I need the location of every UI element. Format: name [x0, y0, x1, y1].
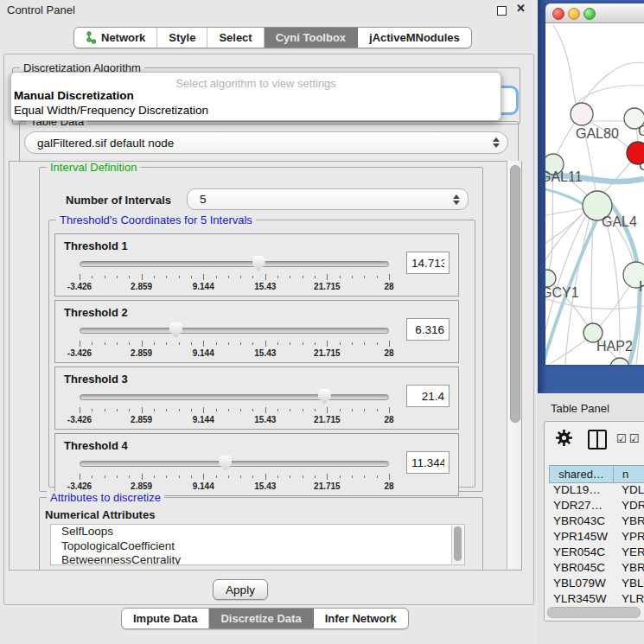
table-row[interactable]: YBR045CYBR0	[549, 561, 644, 577]
tick-label: 21.715	[314, 282, 341, 291]
cell-shared-name[interactable]: YPR145W	[549, 530, 612, 545]
slider-thumb[interactable]	[219, 456, 232, 471]
float-window-icon[interactable]	[497, 6, 507, 16]
threshold-slider[interactable]: -3.4262.8599.14415.4321.71528	[80, 322, 389, 360]
attributes-scrollbar-thumb[interactable]	[454, 526, 462, 561]
slider-track[interactable]	[80, 461, 389, 467]
table-row[interactable]: YDR27…YDR2	[549, 499, 644, 514]
tab-network[interactable]: Network	[74, 28, 157, 48]
slider-track[interactable]	[80, 394, 389, 400]
column-header-name[interactable]: n	[613, 465, 644, 483]
threshold-slider[interactable]: -3.4262.8599.14415.4321.71528	[80, 455, 389, 493]
cell-shared-name[interactable]: YBL079W	[549, 577, 612, 592]
tick-mark	[228, 475, 229, 478]
number-of-intervals-combobox[interactable]: 5	[187, 188, 469, 210]
tab-select[interactable]: Select	[207, 28, 264, 48]
table-row[interactable]: YER054CYER0	[549, 545, 644, 561]
table-row[interactable]: YLR345WYLR3	[549, 592, 644, 607]
slider-track[interactable]	[80, 328, 389, 334]
top-tab-bar: Network Style Select Cyni Toolbox jActiv…	[73, 27, 472, 48]
threshold-row: Threshold 3 -3.4262.8599.14415.4321.7152…	[54, 367, 459, 430]
threshold-value-field[interactable]	[406, 252, 450, 274]
tab-discretize-data[interactable]: Discretize Data	[209, 609, 313, 628]
close-traffic-light-icon[interactable]	[552, 8, 564, 20]
slider-thumb[interactable]	[252, 256, 265, 271]
table-row[interactable]: YBL079WYBL0	[549, 577, 644, 592]
minimize-traffic-light-icon[interactable]	[568, 8, 580, 20]
tick-label: 9.144	[193, 348, 214, 358]
label-gal11: GAL11	[545, 169, 583, 184]
settings-scrollbar[interactable]	[507, 161, 521, 569]
cell-name[interactable]: YER0	[612, 545, 644, 561]
attributes-scrollbar[interactable]	[451, 526, 463, 564]
tick-mark	[252, 342, 253, 345]
tab-jactivemnodules[interactable]: jActiveMNodules	[358, 28, 471, 48]
slider-thumb[interactable]	[318, 389, 331, 405]
cell-name[interactable]: YPR1	[612, 530, 644, 545]
cell-shared-name[interactable]: YDR27…	[549, 499, 612, 514]
tab-cyni-toolbox[interactable]: Cyni Toolbox	[265, 28, 358, 48]
table-row[interactable]: YPR145WYPR1	[549, 530, 644, 545]
popup-option-equal-width-frequency[interactable]: Equal Width/Frequency Discretization	[14, 104, 208, 117]
cell-shared-name[interactable]: YER054C	[549, 545, 612, 561]
cell-shared-name[interactable]: YDL19…	[549, 483, 612, 499]
control-panel-titlebar: Control Panel ✕	[0, 0, 538, 21]
cell-shared-name[interactable]: YBR043C	[549, 514, 612, 530]
column-header-shared-name[interactable]: shared…	[549, 465, 613, 483]
tick-mark	[203, 341, 204, 347]
tick-label: 9.144	[193, 481, 214, 491]
threshold-slider[interactable]: -3.4262.8599.14415.4321.71528	[80, 388, 389, 426]
table-row[interactable]: YBR043CYBR0	[549, 514, 644, 530]
table-data-combobox[interactable]: galFiltered.sif default node	[24, 131, 508, 154]
cell-name[interactable]: YDL1	[612, 483, 644, 499]
label-gal80: GAL80	[576, 126, 619, 141]
tick-mark	[340, 409, 341, 411]
tick-mark	[364, 409, 365, 411]
threshold-slider[interactable]: -3.4262.8599.14415.4321.71528	[80, 255, 389, 293]
apply-button[interactable]: Apply	[213, 579, 268, 600]
popup-option-manual-discretization[interactable]: Manual Discretization	[14, 89, 134, 102]
column-settings-icon[interactable]	[588, 430, 607, 450]
cell-name[interactable]: YDR2	[612, 499, 644, 514]
tick-mark	[129, 475, 130, 478]
tick-label: -3.426	[67, 348, 92, 358]
table-horizontal-scrollbar-thumb[interactable]	[547, 607, 641, 618]
tick-mark	[92, 276, 92, 278]
attribute-list-item[interactable]: BetweennessCentrality	[51, 553, 464, 565]
table-row[interactable]: YDL19…YDL1	[549, 483, 644, 499]
slider-track[interactable]	[80, 261, 389, 267]
table-horizontal-scrollbar[interactable]	[546, 607, 644, 617]
cell-name[interactable]: YLR3	[612, 592, 644, 607]
tab-infer-network[interactable]: Infer Network	[314, 609, 408, 628]
tick-mark	[327, 341, 328, 347]
numerical-attributes-list[interactable]: SelfLoopsTopologicalCoefficientBetweenne…	[50, 524, 465, 565]
settings-scrollbar-thumb[interactable]	[510, 165, 520, 423]
threshold-row: Threshold 2 -3.4262.8599.14415.4321.7152…	[54, 300, 459, 363]
tab-impute-data[interactable]: Impute Data	[122, 609, 209, 628]
select-rows-checkboxes-icon[interactable]: ☑☑	[616, 432, 641, 445]
threshold-value-field[interactable]	[406, 451, 450, 474]
gear-icon[interactable]	[555, 429, 573, 447]
node-partial-bottom[interactable]	[610, 358, 629, 365]
node-gcy1[interactable]	[545, 270, 556, 287]
network-canvas[interactable]: GAL80 G C GAL11 GAL4 GCY1 H HAP2	[545, 23, 644, 365]
slider-thumb[interactable]	[169, 322, 182, 338]
tick-mark	[166, 409, 167, 411]
tab-style[interactable]: Style	[157, 28, 207, 48]
close-icon[interactable]: ✕	[516, 2, 526, 15]
node-gal80[interactable]	[571, 103, 593, 125]
network-view-window[interactable]: GAL80 G C GAL11 GAL4 GCY1 H HAP2	[545, 3, 644, 365]
cell-name[interactable]: YBL0	[612, 577, 644, 592]
cell-shared-name[interactable]: YLR345W	[549, 592, 612, 607]
threshold-value-field[interactable]	[406, 385, 450, 407]
zoom-traffic-light-icon[interactable]	[583, 8, 596, 20]
cell-name[interactable]: YBR0	[612, 514, 644, 530]
cell-shared-name[interactable]: YBR045C	[549, 561, 612, 577]
cell-name[interactable]: YBR0	[612, 561, 644, 577]
app-root: Control Panel ✕ Network Style Select Cyn…	[0, 0, 644, 644]
thresholds-group: Threshold's Coordinates for 5 Intervals …	[48, 220, 475, 488]
attribute-list-item[interactable]: TopologicalCoefficient	[51, 539, 464, 554]
attribute-list-item[interactable]: SelfLoops	[51, 525, 464, 539]
threshold-value-field[interactable]	[406, 318, 450, 341]
popup-hint: Select algorithm to view settings	[11, 77, 501, 90]
